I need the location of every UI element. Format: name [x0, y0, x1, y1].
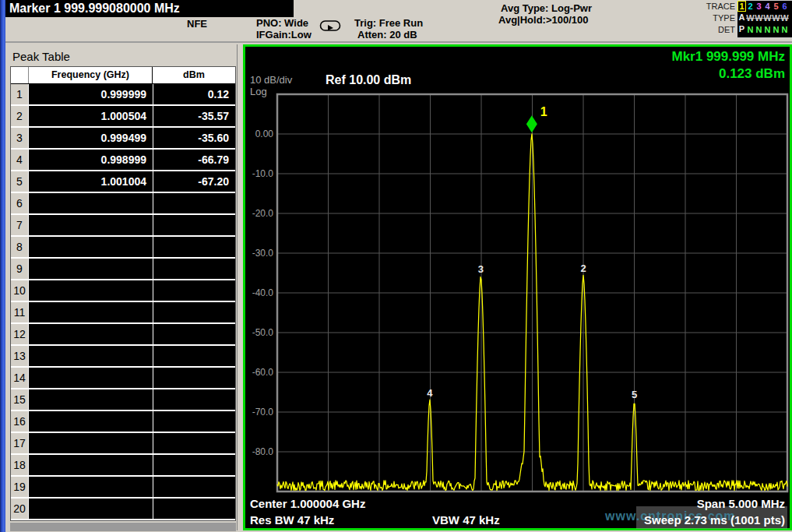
- marker-diamond[interactable]: [526, 115, 537, 132]
- active-function-readout[interactable]: Marker 1 999.999080000 MHz: [5, 0, 294, 17]
- peak-table-row[interactable]: 10.9999990.12: [11, 84, 235, 104]
- peak-table-row[interactable]: 17: [11, 433, 235, 453]
- peak-row-number: 5: [11, 171, 28, 192]
- peak-table-row[interactable]: 12: [11, 324, 235, 344]
- peak-row-number: 20: [11, 499, 28, 519]
- peak-table-panel: Peak Table Frequency (GHz) dBm 10.999999…: [5, 44, 238, 530]
- peak-row-frequency: [29, 346, 153, 366]
- peak-row-frequency: [29, 215, 153, 235]
- peak-table-rows: 10.9999990.1221.000504-35.5730.999499-35…: [11, 84, 235, 519]
- peak-table-row[interactable]: 13: [11, 346, 235, 366]
- peak-row-number: 18: [11, 455, 28, 475]
- peak-table-row[interactable]: 15: [11, 389, 235, 410]
- peak-row-dbm: [153, 259, 235, 279]
- peak-table-row[interactable]: 18: [11, 455, 235, 475]
- window-edge-strip: [0, 0, 5, 532]
- trace-type-letter: W: [746, 12, 754, 24]
- peak-row-number: 4: [11, 150, 28, 170]
- peak-row-dbm: [153, 433, 235, 453]
- peak-row-dbm: 0.12: [153, 84, 235, 104]
- y-axis-tick-label: 0.00: [255, 129, 274, 139]
- y-axis-tick-label: -50.0: [252, 327, 274, 338]
- trace-register-column[interactable]: 3WN: [755, 1, 763, 37]
- trace-register-column[interactable]: 6WN: [780, 1, 789, 37]
- peak-row-frequency: [29, 237, 153, 257]
- span-label: Span 5.000 MHz: [697, 497, 785, 510]
- y-axis-tick-label: -10.0: [252, 168, 274, 179]
- peak-table-row[interactable]: 10: [11, 280, 235, 301]
- peak-table-row[interactable]: 7: [11, 215, 235, 235]
- peak-row-dbm: -66.79: [153, 150, 235, 170]
- peak-table-row[interactable]: 16: [11, 411, 235, 432]
- peak-row-frequency: [29, 280, 153, 301]
- peak-row-dbm: [153, 324, 235, 344]
- trace-detector-letter: N: [765, 24, 771, 36]
- sweep-label: Sweep 2.73 ms (1001 pts): [644, 513, 785, 527]
- trace-detector-letter: N: [748, 24, 754, 36]
- y-axis-tick-label: -40.0: [252, 287, 274, 298]
- trace-number: 3: [756, 1, 761, 12]
- peak-row-number: 11: [11, 302, 28, 322]
- trace-register-column[interactable]: 5WN: [772, 1, 780, 37]
- y-axis-tick-label: -70.0: [252, 407, 274, 417]
- peak-row-number: 17: [11, 433, 28, 453]
- peak-row-frequency: [29, 433, 153, 453]
- trace-register-column[interactable]: 2WN: [746, 1, 755, 37]
- spectrum-plot: 0.00-10.0-20.0-30.0-40.0-50.0-60.0-70.0-…: [245, 47, 790, 528]
- peak-row-frequency: [29, 389, 153, 410]
- trace-register[interactable]: 1AP2WN3WN4WN5WN6WN: [737, 1, 792, 37]
- trace-type-letter: W: [755, 12, 762, 24]
- y-axis-tick-label: -20.0: [252, 208, 274, 219]
- scale-per-div-label: 10 dB/div: [250, 74, 292, 86]
- peak-table-row[interactable]: 20: [11, 499, 235, 519]
- y-axis-tick-label: -80.0: [252, 446, 274, 457]
- trace-register-column[interactable]: 1AP: [737, 1, 746, 37]
- trigger-annotation: Trig: Free Run: [354, 17, 423, 29]
- peak-table-row[interactable]: 11: [11, 302, 235, 322]
- graticule: [277, 94, 787, 491]
- det-row-label: DET: [696, 24, 735, 35]
- y-axis-tick-label: -30.0: [252, 248, 274, 259]
- peak-row-dbm: [153, 215, 235, 235]
- marker-freq-readout: Mkr1 999.999 MHz: [671, 49, 785, 65]
- marker-number-label: 1: [540, 105, 547, 118]
- atten-annotation: Atten: 20 dB: [357, 29, 417, 41]
- peak-row-number: 15: [11, 389, 28, 410]
- analyzer-screen: Marker 1 999.999080000 MHz NFE PNO: Wide…: [0, 0, 792, 532]
- peak-row-dbm: [153, 237, 235, 257]
- spectrum-window: 0.00-10.0-20.0-30.0-40.0-50.0-60.0-70.0-…: [243, 44, 792, 530]
- peak-row-dbm: [153, 302, 235, 322]
- peak-row-number: 7: [11, 215, 28, 235]
- peak-table-header-dbm: dBm: [153, 67, 235, 83]
- peak-table-scrollbar[interactable]: [10, 523, 236, 531]
- peak-table-row[interactable]: 19: [11, 477, 235, 497]
- peak-table-row[interactable]: 6: [11, 193, 235, 213]
- nfe-annotation: NFE: [187, 18, 207, 30]
- peak-row-dbm: [153, 455, 235, 475]
- peak-row-dbm: [153, 499, 235, 519]
- peak-number-label: 2: [580, 262, 586, 274]
- peak-table-row[interactable]: 30.999499-35.60: [11, 128, 235, 148]
- peak-row-number: 2: [11, 106, 28, 126]
- ifgain-annotation: IFGain:Low: [256, 29, 312, 41]
- center-freq-label: Center 1.000004 GHz: [250, 497, 365, 510]
- peak-row-frequency: 1.001004: [29, 171, 153, 192]
- peak-table-row[interactable]: 8: [11, 237, 235, 257]
- peak-row-number: 3: [11, 128, 28, 148]
- peak-row-frequency: [29, 193, 153, 213]
- peak-row-number: 10: [11, 280, 28, 301]
- peak-table-row[interactable]: 9: [11, 259, 235, 279]
- peak-table-row[interactable]: 14: [11, 368, 235, 388]
- peak-table-row[interactable]: 51.001004-67.20: [11, 171, 235, 192]
- peak-table-row[interactable]: 40.998999-66.79: [11, 150, 235, 170]
- peak-number-label: 4: [427, 387, 433, 399]
- peak-row-number: 1: [11, 84, 28, 104]
- peak-row-dbm: [153, 411, 235, 432]
- trace-type-letter: W: [772, 12, 780, 24]
- rbw-label: Res BW 47 kHz: [250, 513, 334, 527]
- trace-register-column[interactable]: 4WN: [763, 1, 772, 37]
- peak-table-row[interactable]: 21.000504-35.57: [11, 106, 235, 126]
- peak-row-dbm: [153, 477, 235, 497]
- peak-row-number: 9: [11, 259, 28, 279]
- marker-ampl-readout: 0.123 dBm: [719, 66, 785, 82]
